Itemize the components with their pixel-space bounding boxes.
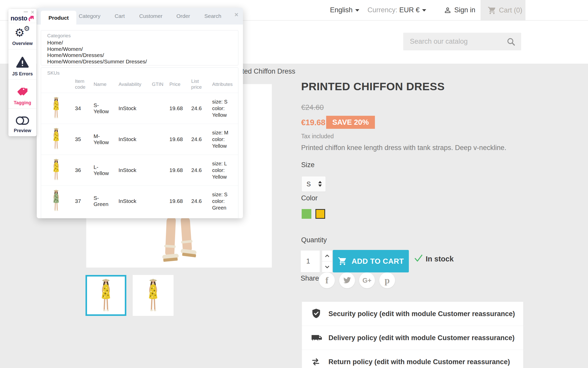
quantity-input-wrap	[300, 250, 320, 272]
sidebar-item-label: JS Errors	[8, 71, 36, 77]
debug-tab-bar: Product Category Cart Customer Order Sea…	[37, 8, 243, 25]
chevron-up-icon	[318, 181, 322, 183]
share-googleplus-button[interactable]: G+	[359, 272, 375, 288]
discount-badge: SAVE 20%	[326, 116, 375, 129]
language-selector[interactable]: English	[330, 0, 359, 20]
sign-in-button[interactable]: Sign in	[444, 0, 475, 20]
tax-note: Tax included	[301, 133, 334, 140]
quantity-input[interactable]	[301, 250, 320, 272]
add-to-cart-button[interactable]: ADD TO CART	[333, 250, 409, 272]
table-row: 34 S-Yellow InStock 19.68 24.6 size: S c…	[41, 93, 238, 124]
cell-list-price: 24.6	[191, 105, 212, 111]
language-label: English	[330, 6, 353, 14]
search-icon[interactable]	[506, 37, 516, 46]
cell-name: M-Yellow	[94, 133, 112, 145]
col-item-code: Item code	[75, 78, 87, 90]
sku-image-yellow-dress	[49, 158, 64, 181]
skus-label: SKUs	[47, 70, 60, 76]
color-swatch-yellow-selected[interactable]	[315, 209, 325, 219]
size-select[interactable]: S	[302, 176, 326, 192]
chevron-down-icon	[422, 9, 426, 12]
cell-name: S-Yellow	[94, 102, 112, 114]
return-policy-row: Return policy (edit with module Customer…	[302, 350, 523, 368]
search-input[interactable]	[403, 33, 507, 50]
tab-search[interactable]: Search	[204, 8, 222, 25]
return-policy-text: Return policy (edit with module Customer…	[328, 358, 510, 366]
cart-button[interactable]: Cart (0)	[481, 0, 525, 21]
product-thumbnail-selected[interactable]	[85, 275, 126, 316]
breadcrumb[interactable]: ted Chiffon Dress	[242, 67, 295, 75]
cell-attributes: size: S color: Green	[212, 191, 238, 211]
sku-image-green-dress	[49, 189, 64, 212]
tab-cart[interactable]: Cart	[115, 8, 125, 25]
cell-item-code: 35	[75, 136, 94, 142]
stock-status: In stock	[426, 255, 454, 263]
person-icon	[444, 6, 452, 14]
tags-icon	[8, 86, 36, 99]
sidebar-item-overview[interactable]: ⚙⚙ Overview	[8, 23, 36, 49]
close-icon[interactable]: ×	[235, 11, 238, 19]
table-row: 35 M-Yellow InStock 19.68 24.6 size: M c…	[41, 124, 238, 155]
tab-category[interactable]: Category	[79, 8, 100, 25]
share-label: Share	[301, 274, 319, 282]
truck-icon	[311, 334, 322, 342]
cart-icon	[488, 6, 496, 15]
sku-image-yellow-dress	[49, 127, 64, 151]
search-box[interactable]	[403, 33, 521, 50]
return-arrows-icon	[311, 358, 320, 366]
currency-value: EUR €	[399, 6, 420, 14]
toggle-icon	[8, 116, 36, 126]
sidebar-item-js-errors[interactable]: JS Errors	[8, 49, 36, 80]
col-name: Name	[94, 81, 112, 87]
check-icon	[414, 254, 423, 262]
delivery-policy-text: Delivery policy (edit with module Custom…	[328, 334, 514, 342]
col-price: Price	[169, 81, 191, 87]
currency-label: Currency:	[368, 6, 397, 14]
chevron-up-icon	[325, 255, 329, 257]
product-thumbnail[interactable]	[133, 275, 174, 316]
cell-list-price: 24.6	[191, 167, 212, 173]
cell-list-price: 24.6	[191, 198, 212, 204]
sidebar-item-tagging[interactable]: Tagging	[8, 79, 36, 109]
tab-product[interactable]: Product	[41, 11, 76, 25]
cell-name: L-Yellow	[94, 164, 112, 176]
skus-table-header: Item code Name Availability GTIN Price L…	[41, 75, 238, 93]
quantity-decrease-button[interactable]	[322, 261, 332, 272]
share-twitter-button[interactable]	[339, 272, 355, 288]
size-select-value: S	[307, 177, 311, 191]
sidebar-item-label: Preview	[8, 128, 36, 133]
quantity-label: Quantity	[301, 236, 327, 244]
warning-triangle-icon	[8, 56, 36, 69]
skus-table-body: 34 S-Yellow InStock 19.68 24.6 size: S c…	[41, 93, 238, 216]
cell-item-code: 36	[75, 167, 94, 173]
cell-price: 19.68	[169, 105, 191, 111]
cell-attributes: size: S color: Yellow	[212, 98, 238, 118]
col-attributes: Attributes	[212, 81, 238, 87]
table-row: 36 L-Yellow InStock 19.68 24.6 size: L c…	[41, 155, 238, 186]
security-policy-row: Security policy (edit with module Custom…	[302, 302, 523, 326]
cell-item-code: 37	[75, 198, 94, 204]
currency-selector[interactable]: Currency: EUR €	[368, 0, 426, 20]
product-title: PRINTED CHIFFON DRESS	[301, 80, 445, 93]
color-swatch-green[interactable]	[302, 209, 311, 219]
share-facebook-button[interactable]: f	[319, 272, 335, 288]
tab-order[interactable]: Order	[176, 8, 190, 25]
shield-check-icon	[311, 308, 321, 319]
minimize-icon[interactable]	[24, 12, 28, 12]
col-list-price: List price	[191, 78, 204, 90]
tab-customer[interactable]: Customer	[139, 8, 162, 25]
delivery-policy-row: Delivery policy (edit with module Custom…	[302, 326, 523, 350]
cell-name: S-Green	[94, 195, 112, 207]
sidebar-item-preview[interactable]: Preview	[8, 108, 36, 136]
category-path: Home/Women/	[47, 46, 147, 52]
category-path: Home/Women/Dresses/Summer Dresses/	[47, 59, 147, 65]
product-description: Printed chiffon knee length dress with t…	[301, 144, 506, 152]
nosto-logo: nosto	[8, 15, 36, 22]
category-path: Home/Women/Dresses/	[47, 52, 147, 59]
cell-availability: InStock	[118, 136, 152, 142]
share-pinterest-button[interactable]: p	[379, 272, 395, 288]
quantity-increase-button[interactable]	[322, 250, 332, 261]
sidebar-item-label: Tagging	[8, 100, 36, 106]
sign-in-label: Sign in	[454, 0, 475, 20]
customer-reassurance-block: Security policy (edit with module Custom…	[302, 302, 523, 368]
